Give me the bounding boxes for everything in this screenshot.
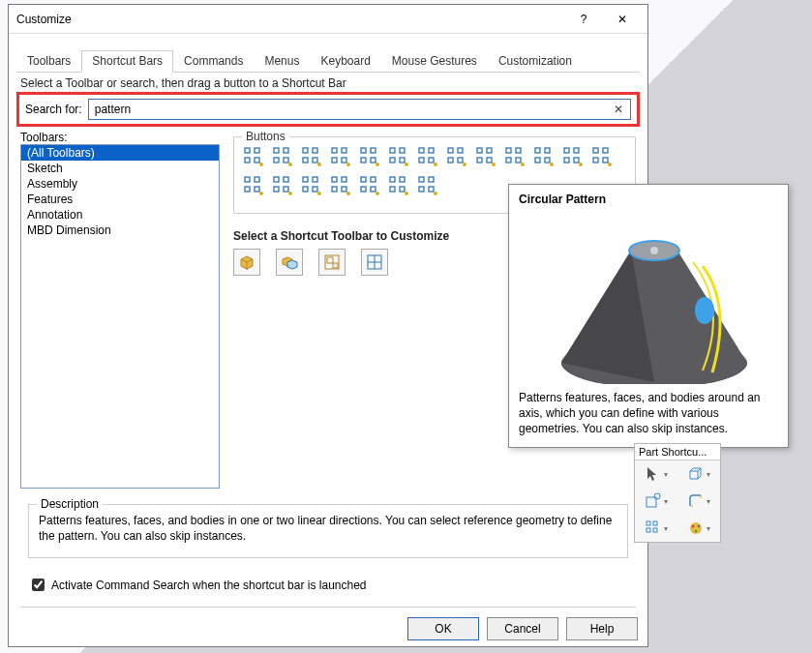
- boss-extrude-button[interactable]: ▾: [677, 460, 720, 488]
- shortcut-drawing-button[interactable]: [318, 249, 346, 276]
- svg-point-9: [288, 163, 292, 166]
- pattern-command-button[interactable]: [358, 174, 381, 197]
- svg-rect-43: [487, 158, 492, 163]
- dialog-footer: OK Cancel Help: [407, 617, 638, 640]
- toolbars-listbox[interactable]: (All Toolbars)SketchAssemblyFeaturesAnno…: [20, 144, 220, 489]
- pattern-command-button[interactable]: [271, 145, 294, 168]
- tab-toolbars[interactable]: Toolbars: [16, 50, 81, 73]
- pattern-command-button[interactable]: [300, 145, 323, 168]
- tab-commands[interactable]: Commands: [173, 50, 254, 73]
- svg-point-4: [259, 163, 263, 166]
- svg-rect-21: [371, 148, 376, 153]
- pattern-command-button[interactable]: [590, 145, 614, 168]
- linear-pattern-button[interactable]: ▾: [635, 515, 677, 542]
- svg-rect-108: [647, 497, 656, 507]
- close-button[interactable]: ✕: [603, 6, 642, 33]
- pattern-command-button[interactable]: [416, 174, 439, 197]
- svg-rect-7: [274, 158, 279, 163]
- svg-point-74: [288, 192, 292, 195]
- part-shortcut-toolbar[interactable]: Part Shortcu... ▾ ▾ ▾ ▾ ▾ ▾: [634, 443, 721, 543]
- tab-menus[interactable]: Menus: [254, 50, 310, 73]
- pattern-command-button[interactable]: [416, 145, 439, 168]
- svg-point-109: [654, 493, 660, 499]
- svg-rect-81: [342, 177, 346, 182]
- svg-rect-13: [313, 158, 317, 163]
- pattern-command-button[interactable]: [474, 145, 497, 168]
- pattern-command-button[interactable]: [329, 174, 352, 197]
- svg-rect-96: [429, 177, 434, 182]
- pattern-command-button[interactable]: [503, 145, 526, 168]
- pattern-command-button[interactable]: [532, 145, 556, 168]
- svg-rect-111: [653, 521, 657, 525]
- search-row-highlight: Search for: ✕: [16, 92, 640, 127]
- question-icon: ?: [581, 13, 587, 26]
- help-button-footer[interactable]: Help: [566, 617, 638, 640]
- svg-rect-11: [313, 148, 317, 153]
- ok-button[interactable]: OK: [407, 617, 479, 640]
- svg-rect-2: [245, 158, 250, 163]
- pattern-command-button[interactable]: [271, 174, 294, 197]
- svg-rect-58: [574, 158, 579, 163]
- svg-rect-37: [448, 158, 453, 163]
- pattern-command-button[interactable]: [358, 145, 381, 168]
- pattern-command-button[interactable]: [445, 145, 468, 168]
- list-item[interactable]: (All Toolbars): [21, 145, 219, 161]
- cursor-select-button[interactable]: ▾: [635, 460, 677, 488]
- tab-mouse-gestures[interactable]: Mouse Gestures: [381, 50, 488, 73]
- svg-point-34: [434, 163, 437, 166]
- svg-point-24: [376, 163, 379, 166]
- pattern-command-button[interactable]: [387, 174, 410, 197]
- svg-point-54: [550, 163, 554, 166]
- list-item[interactable]: Sketch: [21, 161, 219, 176]
- svg-rect-6: [284, 148, 288, 153]
- shortcut-assembly-button[interactable]: [276, 249, 303, 276]
- list-item[interactable]: Assembly: [21, 176, 219, 192]
- svg-rect-41: [487, 148, 492, 153]
- svg-rect-80: [332, 177, 337, 182]
- svg-rect-35: [448, 148, 453, 153]
- clear-search-icon[interactable]: ✕: [611, 103, 626, 116]
- fillet-button[interactable]: ▾: [677, 488, 720, 515]
- svg-rect-101: [327, 257, 333, 263]
- svg-rect-28: [400, 158, 405, 163]
- svg-rect-51: [545, 148, 550, 153]
- svg-rect-12: [303, 158, 308, 163]
- shortcut-part-button[interactable]: [233, 249, 260, 276]
- pattern-command-button[interactable]: [387, 145, 410, 168]
- svg-point-19: [346, 163, 350, 166]
- list-item[interactable]: MBD Dimension: [21, 223, 219, 238]
- svg-rect-45: [506, 148, 511, 153]
- pattern-command-button[interactable]: [300, 174, 323, 197]
- svg-rect-55: [564, 148, 569, 153]
- svg-rect-31: [429, 148, 434, 153]
- svg-rect-93: [400, 187, 405, 192]
- tab-keyboard[interactable]: Keyboard: [310, 50, 380, 73]
- tab-shortcut-bars[interactable]: Shortcut Bars: [81, 50, 173, 73]
- svg-rect-97: [419, 187, 424, 192]
- pattern-command-button[interactable]: [561, 145, 585, 168]
- svg-rect-86: [371, 177, 376, 182]
- svg-rect-68: [255, 187, 259, 192]
- shortcut-sketch-button[interactable]: [361, 249, 388, 276]
- svg-rect-63: [603, 158, 608, 163]
- activate-search-checkbox[interactable]: [32, 579, 45, 591]
- svg-point-69: [259, 192, 263, 195]
- svg-rect-90: [390, 177, 395, 182]
- svg-rect-15: [332, 148, 337, 153]
- tooltip-title: Circular Pattern: [519, 193, 778, 206]
- help-button[interactable]: ?: [564, 6, 603, 33]
- svg-rect-67: [245, 187, 250, 192]
- svg-rect-57: [564, 158, 569, 163]
- list-item[interactable]: Features: [21, 192, 219, 207]
- appearance-button[interactable]: ▾: [677, 515, 720, 542]
- edit-sketch-button[interactable]: ▾: [635, 488, 677, 515]
- svg-point-106: [650, 247, 658, 254]
- cancel-button[interactable]: Cancel: [487, 617, 558, 640]
- svg-point-29: [405, 163, 408, 166]
- pattern-command-button[interactable]: [329, 145, 352, 168]
- list-item[interactable]: Annotation: [21, 207, 219, 223]
- pattern-command-button[interactable]: [242, 145, 265, 168]
- tab-customization[interactable]: Customization: [488, 50, 583, 73]
- search-input[interactable]: [93, 102, 611, 117]
- pattern-command-button[interactable]: [242, 174, 265, 197]
